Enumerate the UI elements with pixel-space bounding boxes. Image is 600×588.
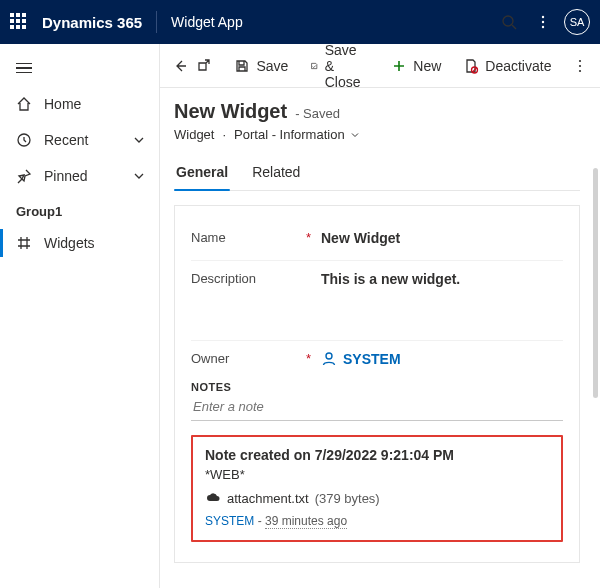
person-icon bbox=[321, 351, 337, 367]
field-owner[interactable]: Owner* SYSTEM bbox=[191, 341, 563, 371]
field-label: Name bbox=[191, 230, 226, 245]
brand-name: Dynamics 365 bbox=[42, 14, 142, 31]
separator-dot bbox=[218, 127, 230, 142]
more-vertical-icon bbox=[572, 58, 588, 74]
sidebar-item-pinned[interactable]: Pinned bbox=[0, 158, 159, 194]
entity-name: Widget bbox=[174, 127, 214, 142]
note-author-link[interactable]: SYSTEM bbox=[205, 514, 254, 528]
notes-heading: NOTES bbox=[191, 381, 563, 393]
clock-icon bbox=[16, 132, 32, 148]
cloud-icon bbox=[205, 490, 221, 506]
save-close-icon bbox=[310, 58, 318, 74]
field-name[interactable]: Name* New Widget bbox=[191, 220, 563, 261]
svg-point-8 bbox=[579, 59, 581, 61]
new-button[interactable]: New bbox=[383, 51, 449, 81]
attachment-name: attachment.txt bbox=[227, 491, 309, 506]
command-overflow-button[interactable] bbox=[571, 51, 588, 81]
scrollbar[interactable] bbox=[593, 168, 598, 398]
pin-icon bbox=[16, 168, 32, 184]
arrow-left-icon bbox=[172, 58, 188, 74]
tab-strip: General Related bbox=[174, 156, 580, 191]
svg-point-3 bbox=[542, 21, 544, 23]
note-meta: SYSTEM - 39 minutes ago bbox=[205, 514, 549, 528]
svg-point-11 bbox=[326, 353, 332, 359]
sidebar-item-label: Home bbox=[44, 96, 81, 112]
chevron-down-icon bbox=[349, 129, 361, 141]
record-content: New Widget - Saved Widget Portal - Infor… bbox=[160, 88, 600, 588]
form-selector[interactable]: Portal - Information bbox=[234, 127, 361, 142]
app-launcher-icon[interactable] bbox=[10, 13, 28, 31]
sidebar-item-label: Widgets bbox=[44, 235, 95, 251]
sidebar-item-label: Pinned bbox=[44, 168, 88, 184]
open-new-window-button[interactable] bbox=[195, 51, 212, 81]
deactivate-label: Deactivate bbox=[485, 58, 551, 74]
note-input[interactable] bbox=[191, 393, 563, 421]
required-indicator: * bbox=[306, 351, 311, 366]
field-value: This is a new widget. bbox=[321, 271, 563, 287]
popout-icon bbox=[195, 58, 211, 74]
record-title: New Widget bbox=[174, 100, 287, 123]
deactivate-icon bbox=[463, 58, 479, 74]
note-source: *WEB* bbox=[205, 467, 549, 482]
app-name: Widget App bbox=[171, 14, 243, 30]
sidebar-item-label: Recent bbox=[44, 132, 88, 148]
home-icon bbox=[16, 96, 32, 112]
sidebar-item-home[interactable]: Home bbox=[0, 86, 159, 122]
svg-point-0 bbox=[503, 16, 513, 26]
sidebar: Home Recent Pinned Group1 Widgets bbox=[0, 44, 160, 588]
new-label: New bbox=[413, 58, 441, 74]
svg-point-4 bbox=[542, 26, 544, 28]
search-icon[interactable] bbox=[492, 5, 526, 39]
record-save-state: - Saved bbox=[295, 106, 340, 121]
tab-related[interactable]: Related bbox=[250, 156, 302, 190]
back-button[interactable] bbox=[172, 51, 189, 81]
save-icon bbox=[234, 58, 250, 74]
brand-divider bbox=[156, 11, 157, 33]
svg-point-10 bbox=[579, 69, 581, 71]
attachment-size: (379 bytes) bbox=[315, 491, 380, 506]
sidebar-item-recent[interactable]: Recent bbox=[0, 122, 159, 158]
global-header: Dynamics 365 Widget App SA bbox=[0, 0, 600, 44]
save-button[interactable]: Save bbox=[226, 51, 296, 81]
deactivate-button[interactable]: Deactivate bbox=[455, 51, 559, 81]
note-card-highlight: Note created on 7/29/2022 9:21:04 PM *WE… bbox=[191, 435, 563, 542]
form-name: Portal - Information bbox=[234, 127, 345, 142]
hamburger-icon bbox=[16, 63, 32, 74]
svg-point-9 bbox=[579, 64, 581, 66]
svg-point-2 bbox=[542, 16, 544, 18]
form-panel: Name* New Widget Description This is a n… bbox=[174, 205, 580, 563]
note-title: Note created on 7/29/2022 9:21:04 PM bbox=[205, 447, 549, 463]
widgets-icon bbox=[16, 235, 32, 251]
more-vertical-icon[interactable] bbox=[526, 5, 560, 39]
avatar[interactable]: SA bbox=[564, 9, 590, 35]
tab-general[interactable]: General bbox=[174, 156, 230, 190]
field-description[interactable]: Description This is a new widget. bbox=[191, 261, 563, 341]
field-value: New Widget bbox=[321, 230, 563, 246]
required-indicator: * bbox=[306, 230, 311, 245]
sidebar-item-widgets[interactable]: Widgets bbox=[0, 225, 159, 261]
chevron-down-icon bbox=[131, 132, 147, 148]
owner-value: SYSTEM bbox=[343, 351, 401, 367]
command-bar: Save Save & Close New Deactivate bbox=[160, 44, 600, 88]
plus-icon bbox=[391, 58, 407, 74]
svg-line-1 bbox=[512, 25, 516, 29]
chevron-down-icon bbox=[131, 168, 147, 184]
sidebar-group-label: Group1 bbox=[0, 194, 159, 225]
field-label: Owner bbox=[191, 351, 229, 366]
note-age: 39 minutes ago bbox=[265, 514, 347, 529]
save-close-label: Save & Close bbox=[325, 42, 370, 90]
sidebar-toggle[interactable] bbox=[0, 50, 159, 86]
field-label: Description bbox=[191, 271, 256, 286]
save-close-button[interactable]: Save & Close bbox=[302, 51, 377, 81]
save-label: Save bbox=[256, 58, 288, 74]
note-attachment[interactable]: attachment.txt (379 bytes) bbox=[205, 490, 549, 506]
main-area: Save Save & Close New Deactivate New bbox=[160, 44, 600, 588]
